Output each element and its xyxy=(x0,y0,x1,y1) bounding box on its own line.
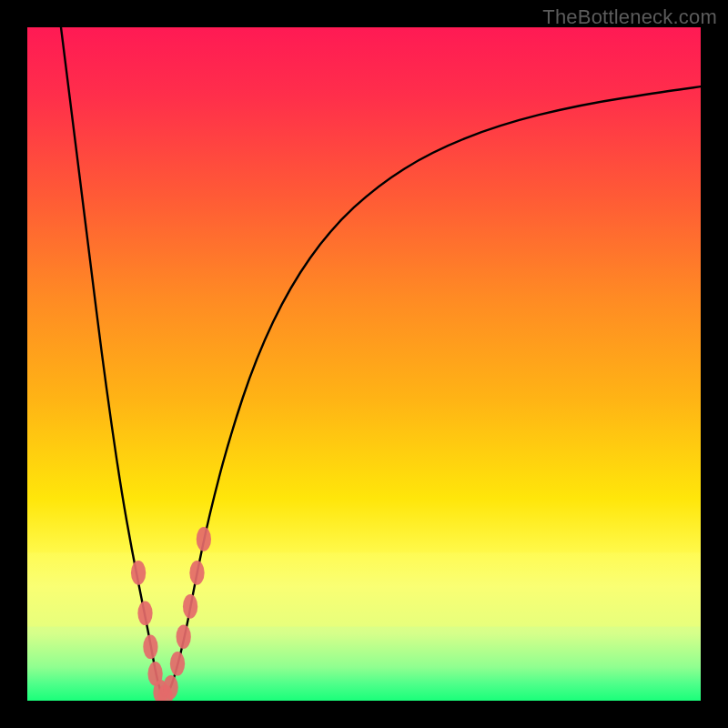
data-marker xyxy=(163,675,177,700)
plot-area xyxy=(27,27,701,701)
data-marker xyxy=(183,594,197,619)
data-marker xyxy=(197,527,211,551)
outer-frame: TheBottleneck.com xyxy=(0,0,728,728)
data-marker xyxy=(170,652,185,676)
chart-svg xyxy=(27,27,701,701)
data-marker xyxy=(177,624,191,649)
data-marker xyxy=(189,561,204,585)
watermark-text: TheBottleneck.com xyxy=(542,5,717,29)
highlight-band xyxy=(27,552,701,626)
data-marker xyxy=(131,561,146,585)
data-marker xyxy=(143,634,157,659)
data-marker xyxy=(137,601,152,625)
